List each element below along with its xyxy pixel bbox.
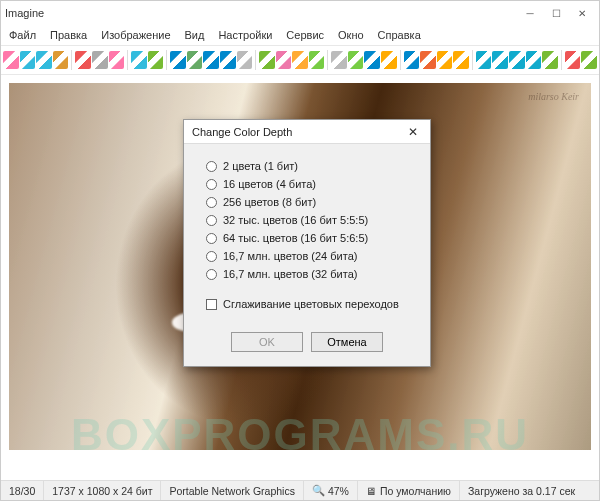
toolbar-icon[interactable] (92, 51, 108, 69)
minimize-button[interactable]: ─ (517, 4, 543, 22)
toolbar-separator (400, 50, 401, 70)
menu-help[interactable]: Справка (372, 27, 427, 43)
toolbar-icon[interactable] (381, 51, 397, 69)
menu-image[interactable]: Изображение (95, 27, 176, 43)
color-depth-option[interactable]: 16,7 млн. цветов (24 бита) (206, 250, 408, 262)
close-button[interactable]: ✕ (569, 4, 595, 22)
toolbar-icon[interactable] (292, 51, 308, 69)
status-mode: 🖥По умолчанию (358, 481, 460, 500)
radio-icon[interactable] (206, 251, 217, 262)
titlebar: Imagine ─ ☐ ✕ (1, 1, 599, 25)
radio-label: 256 цветов (8 бит) (223, 196, 316, 208)
radio-label: 16,7 млн. цветов (24 бита) (223, 250, 357, 262)
radio-icon[interactable] (206, 197, 217, 208)
radio-icon[interactable] (206, 233, 217, 244)
toolbar-icon[interactable] (259, 51, 275, 69)
toolbar-icon[interactable] (131, 51, 147, 69)
toolbar-icon[interactable] (20, 51, 36, 69)
menu-service[interactable]: Сервис (280, 27, 330, 43)
zoom-icon: 🔍 (312, 484, 325, 497)
toolbar-icon[interactable] (276, 51, 292, 69)
toolbar-icon[interactable] (404, 51, 420, 69)
ok-button[interactable]: OK (231, 332, 303, 352)
dialog-buttons: OK Отмена (184, 332, 430, 366)
radio-label: 2 цвета (1 бит) (223, 160, 298, 172)
radio-icon[interactable] (206, 179, 217, 190)
toolbar-icon[interactable] (237, 51, 253, 69)
toolbar-icon[interactable] (36, 51, 52, 69)
status-dimensions: 1737 x 1080 x 24 бит (44, 481, 161, 500)
color-depth-dialog: Change Color Depth ✕ 2 цвета (1 бит)16 ц… (183, 119, 431, 367)
toolbar-icon[interactable] (3, 51, 19, 69)
radio-icon[interactable] (206, 161, 217, 172)
toolbar-icon[interactable] (75, 51, 91, 69)
watermark-text: BOXPROGRAMS.RU (1, 410, 599, 460)
dialog-body: 2 цвета (1 бит)16 цветов (4 бита)256 цве… (184, 144, 430, 332)
menu-window[interactable]: Окно (332, 27, 370, 43)
toolbar-icon[interactable] (526, 51, 542, 69)
color-depth-option[interactable]: 16,7 млн. цветов (32 бита) (206, 268, 408, 280)
window-title: Imagine (5, 7, 517, 19)
toolbar-icon[interactable] (453, 51, 469, 69)
artist-signature: milarso Keir (528, 91, 579, 102)
status-page: 18/30 (1, 481, 44, 500)
color-depth-option[interactable]: 2 цвета (1 бит) (206, 160, 408, 172)
menu-view[interactable]: Вид (179, 27, 211, 43)
dialog-titlebar: Change Color Depth ✕ (184, 120, 430, 144)
toolbar-icon[interactable] (581, 51, 597, 69)
toolbar-separator (561, 50, 562, 70)
color-depth-option[interactable]: 32 тыс. цветов (16 бит 5:5:5) (206, 214, 408, 226)
toolbar-icon[interactable] (509, 51, 525, 69)
menu-edit[interactable]: Правка (44, 27, 93, 43)
maximize-button[interactable]: ☐ (543, 4, 569, 22)
toolbar-icon[interactable] (109, 51, 125, 69)
toolbar-separator (327, 50, 328, 70)
toolbar-icon[interactable] (203, 51, 219, 69)
menubar: Файл Правка Изображение Вид Настройки Се… (1, 25, 599, 45)
radio-label: 64 тыс. цветов (16 бит 5:6:5) (223, 232, 368, 244)
toolbar-icon[interactable] (348, 51, 364, 69)
toolbar-icon[interactable] (53, 51, 69, 69)
smoothing-label: Сглаживание цветовых переходов (223, 298, 399, 310)
toolbar (1, 45, 599, 75)
toolbar-icon[interactable] (492, 51, 508, 69)
menu-file[interactable]: Файл (3, 27, 42, 43)
mode-icon: 🖥 (366, 485, 377, 497)
toolbar-separator (71, 50, 72, 70)
checkbox-icon[interactable] (206, 299, 217, 310)
toolbar-icon[interactable] (309, 51, 325, 69)
toolbar-icon[interactable] (437, 51, 453, 69)
color-depth-option[interactable]: 16 цветов (4 бита) (206, 178, 408, 190)
dialog-close-icon[interactable]: ✕ (404, 125, 422, 139)
radio-label: 16 цветов (4 бита) (223, 178, 316, 190)
radio-icon[interactable] (206, 215, 217, 226)
toolbar-separator (166, 50, 167, 70)
toolbar-separator (472, 50, 473, 70)
toolbar-separator (127, 50, 128, 70)
toolbar-icon[interactable] (170, 51, 186, 69)
smoothing-checkbox-row[interactable]: Сглаживание цветовых переходов (206, 298, 408, 310)
radio-icon[interactable] (206, 269, 217, 280)
toolbar-icon[interactable] (476, 51, 492, 69)
radio-label: 16,7 млн. цветов (32 бита) (223, 268, 357, 280)
toolbar-icon[interactable] (331, 51, 347, 69)
status-loaded: Загружено за 0.17 сек (460, 481, 583, 500)
toolbar-separator (255, 50, 256, 70)
toolbar-icon[interactable] (542, 51, 558, 69)
toolbar-icon[interactable] (420, 51, 436, 69)
toolbar-icon[interactable] (565, 51, 581, 69)
toolbar-icon[interactable] (364, 51, 380, 69)
status-zoom: 🔍47% (304, 481, 358, 500)
toolbar-icon[interactable] (148, 51, 164, 69)
radio-label: 32 тыс. цветов (16 бит 5:5:5) (223, 214, 368, 226)
color-depth-option[interactable]: 256 цветов (8 бит) (206, 196, 408, 208)
color-depth-option[interactable]: 64 тыс. цветов (16 бит 5:6:5) (206, 232, 408, 244)
menu-settings[interactable]: Настройки (212, 27, 278, 43)
cancel-button[interactable]: Отмена (311, 332, 383, 352)
statusbar: 18/30 1737 x 1080 x 24 бит Portable Netw… (1, 480, 599, 500)
status-format: Portable Network Graphics (161, 481, 303, 500)
toolbar-icon[interactable] (187, 51, 203, 69)
dialog-title-text: Change Color Depth (192, 126, 404, 138)
toolbar-icon[interactable] (220, 51, 236, 69)
